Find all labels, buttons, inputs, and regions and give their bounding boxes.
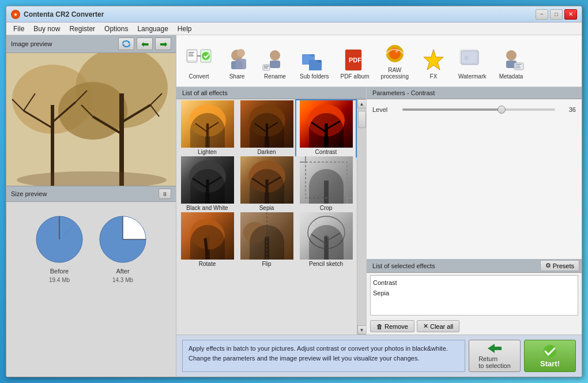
contrast-thumb — [300, 100, 353, 148]
lighten-thumb — [181, 100, 234, 148]
effects-list-panel: List of all effects — [176, 87, 367, 335]
image-preview-label: Image preview — [11, 40, 116, 47]
scroll-up-button[interactable]: ▲ — [357, 99, 367, 108]
return-label: Returnto selection — [478, 355, 511, 369]
level-label: Level — [372, 106, 395, 113]
effect-pencil[interactable]: Pencil sketch — [296, 212, 356, 268]
darken-name: Darken — [257, 148, 276, 156]
level-value: 36 — [562, 106, 576, 113]
svg-line-62 — [208, 122, 218, 129]
effect-sepia[interactable]: Sepia — [237, 156, 296, 212]
tool-metadata[interactable]: Metadata — [495, 46, 528, 82]
effects-list-header: List of all effects — [176, 87, 366, 99]
slider-thumb[interactable] — [497, 106, 506, 114]
pdf-label: PDF album — [341, 73, 370, 80]
prev-button[interactable]: ⬅ — [137, 37, 153, 50]
tool-rename[interactable]: Rename — [258, 46, 292, 82]
svg-line-61 — [195, 123, 208, 132]
slider-fill — [402, 108, 502, 111]
raw-label: RAWprocessing — [381, 67, 409, 80]
menu-language[interactable]: Language — [133, 24, 172, 34]
minimize-button[interactable]: − — [536, 9, 548, 20]
tool-raw[interactable]: RAWprocessing — [378, 40, 412, 82]
presets-label: Presets — [553, 262, 574, 269]
main-content: Image preview ⬅ ➡ — [6, 35, 582, 377]
bw-thumb — [181, 156, 234, 204]
svg-rect-50 — [461, 51, 478, 65]
app-icon: ● — [11, 10, 20, 19]
effects-scrollbar[interactable]: ▲ ▼ — [357, 99, 366, 335]
close-button[interactable]: ✕ — [564, 9, 577, 20]
svg-point-53 — [506, 50, 517, 61]
flip-name: Flip — [262, 260, 271, 268]
sepia-name: Sepia — [259, 204, 274, 212]
tool-pdf[interactable]: PDF PDF album — [337, 46, 373, 82]
tool-convert[interactable]: Convert — [182, 46, 216, 82]
svg-point-75 — [248, 160, 285, 193]
effect-contrast[interactable]: Contrast — [296, 100, 356, 156]
selected-effect-contrast: Contrast — [373, 278, 575, 288]
remove-button[interactable]: 🗑 Remove — [370, 320, 414, 332]
tool-watermark[interactable]: © Watermark — [455, 46, 490, 82]
svg-rect-58 — [515, 67, 521, 68]
tool-fx[interactable]: FX — [417, 46, 450, 82]
tool-subfolders[interactable]: Sub folders — [296, 46, 333, 82]
menu-file[interactable]: File — [9, 24, 29, 34]
svg-point-63 — [248, 104, 285, 137]
level-slider[interactable] — [402, 108, 555, 111]
selected-effects-label: List of selected effects — [367, 260, 538, 272]
after-chart: After 14.3 Mb — [97, 213, 149, 283]
menu-register[interactable]: Register — [65, 24, 100, 34]
menu-buynow[interactable]: Buy now — [29, 24, 65, 34]
effect-rotate[interactable]: Rotate — [178, 212, 237, 268]
raw-icon — [382, 42, 408, 65]
right-panel: Convert Share — [176, 35, 582, 377]
clear-icon: ✕ — [423, 322, 428, 330]
crop-thumb — [300, 156, 353, 204]
effect-lighten[interactable]: Lighten — [178, 100, 237, 156]
return-button[interactable]: Returnto selection — [469, 340, 521, 372]
presets-button[interactable]: ⚙ Presets — [540, 260, 579, 271]
svg-point-31 — [202, 52, 210, 60]
clear-all-button[interactable]: ✕ Clear all — [417, 320, 459, 332]
metadata-label: Metadata — [499, 73, 523, 80]
metadata-icon — [498, 48, 525, 72]
selected-effects-header: List of selected effects ⚙ Presets — [367, 259, 582, 273]
svg-point-84 — [187, 215, 228, 253]
effect-bw[interactable]: Black and White — [178, 156, 237, 212]
watermark-icon: © — [459, 48, 485, 72]
svg-rect-39 — [264, 66, 269, 67]
svg-line-73 — [193, 178, 208, 188]
window-title: Contenta CR2 Converter — [24, 10, 536, 18]
menu-options[interactable]: Options — [100, 24, 133, 34]
refresh-button[interactable] — [118, 37, 134, 50]
next-button[interactable]: ➡ — [155, 37, 171, 50]
svg-text:PDF: PDF — [349, 57, 361, 63]
before-chart: Before 19.4 Mb — [33, 213, 85, 283]
effect-flip[interactable]: Flip — [237, 212, 296, 268]
selected-effects-section: List of selected effects ⚙ Presets Contr… — [367, 259, 582, 335]
after-label: After — [116, 268, 129, 275]
params-body: Level 36 — [367, 99, 582, 259]
scroll-thumb[interactable] — [358, 111, 366, 128]
tool-share[interactable]: Share — [220, 46, 254, 82]
main-window: ● Contenta CR2 Converter − □ ✕ File Buy … — [6, 6, 582, 377]
start-button[interactable]: Start! — [524, 340, 576, 372]
effects-section: List of all effects — [176, 87, 582, 335]
svg-line-93 — [311, 224, 340, 247]
svg-rect-29 — [189, 55, 194, 57]
rename-label: Rename — [264, 73, 286, 80]
params-header: Parameters - Contrast — [367, 87, 582, 99]
effects-grid-area[interactable]: Lighten — [176, 99, 357, 335]
bw-name: Black and White — [186, 204, 228, 212]
maximize-button[interactable]: □ — [550, 9, 563, 20]
remove-label: Remove — [385, 323, 408, 330]
effect-darken[interactable]: Darken — [237, 100, 296, 156]
pause-button[interactable]: ⏸ — [159, 189, 171, 199]
fx-icon — [420, 48, 447, 72]
effect-crop[interactable]: Crop — [296, 156, 356, 212]
return-arrow-icon — [487, 343, 503, 354]
menu-help[interactable]: Help — [173, 24, 197, 34]
scroll-down-button[interactable]: ▼ — [357, 325, 367, 335]
left-panel: Image preview ⬅ ➡ — [6, 35, 176, 377]
